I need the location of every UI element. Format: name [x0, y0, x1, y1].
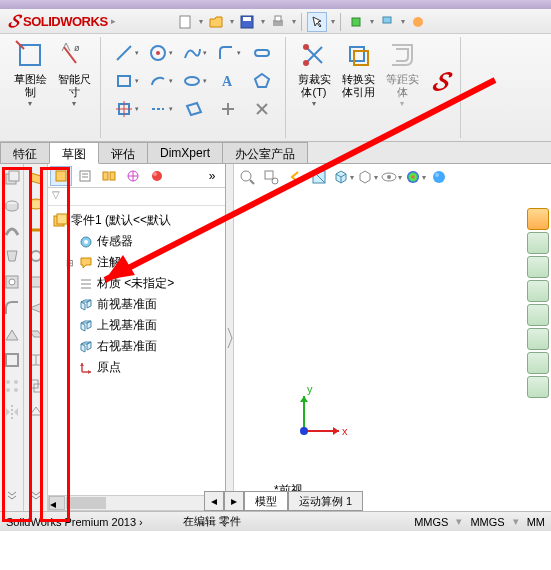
qat-rebuild[interactable]	[346, 12, 366, 32]
feature-loft-icon[interactable]	[2, 246, 22, 266]
scroll-left-icon[interactable]: ◂	[49, 496, 65, 510]
dropdown-icon[interactable]: ▾	[230, 17, 234, 26]
tab-sketch[interactable]: 草图	[49, 142, 99, 164]
panel-menu-icon[interactable]: »	[201, 166, 223, 186]
zoom-area-icon[interactable]	[260, 166, 282, 188]
smart-dimension-button[interactable]: ø 智能尺 寸 ▾	[54, 39, 94, 124]
expand-icon[interactable]	[2, 485, 22, 505]
tab-scroll-right[interactable]: ▸	[224, 491, 244, 511]
feature-fillet-icon[interactable]	[2, 298, 22, 318]
hide-show-icon[interactable]: ▾	[380, 166, 402, 188]
feature-manager-tab[interactable]	[50, 166, 72, 186]
tree-item-front-plane[interactable]: 前视基准面	[66, 294, 221, 315]
surface-knit-icon[interactable]	[26, 350, 46, 370]
scroll-thumb[interactable]	[66, 497, 106, 509]
tree-item-annotations[interactable]: ⊞ 注解	[66, 252, 221, 273]
tree-item-origin[interactable]: 原点	[66, 357, 221, 378]
surface-loft-icon[interactable]	[26, 246, 46, 266]
filter-bar[interactable]: ▽	[48, 188, 225, 206]
horizontal-scrollbar[interactable]: ◂ ▸	[48, 495, 225, 511]
feature-sweep-icon[interactable]	[2, 220, 22, 240]
qat-select[interactable]	[307, 12, 327, 32]
tab-scroll-left[interactable]: ◂	[204, 491, 224, 511]
qat-new[interactable]	[175, 12, 195, 32]
arc-tool[interactable]: ▾	[143, 67, 177, 95]
display-manager-tab[interactable]	[146, 166, 168, 186]
taskpane-appearances-icon[interactable]	[527, 328, 549, 350]
tree-item-sensors[interactable]: 传感器	[66, 231, 221, 252]
surface-fill-icon[interactable]	[26, 272, 46, 292]
display-style-icon[interactable]: ▾	[356, 166, 378, 188]
feature-shell-icon[interactable]	[2, 350, 22, 370]
text-tool[interactable]: A	[211, 67, 245, 95]
trim-button[interactable]: 剪裁实 体(T) ▾	[294, 39, 334, 124]
polygon-tool[interactable]	[245, 67, 279, 95]
qat-open[interactable]	[206, 12, 226, 32]
view-orientation-icon[interactable]: ▾	[332, 166, 354, 188]
feature-pattern-icon[interactable]	[2, 376, 22, 396]
spline-tool[interactable]: ▾	[177, 39, 211, 67]
model-tab[interactable]: 模型	[244, 491, 288, 511]
dropdown-icon[interactable]: ▾	[292, 17, 296, 26]
status-units-3[interactable]: MM	[527, 516, 545, 528]
surface-trim-icon[interactable]	[26, 298, 46, 318]
feature-rib-icon[interactable]	[2, 324, 22, 344]
qat-print[interactable]	[268, 12, 288, 32]
rectangle-tool[interactable]: ▾	[109, 67, 143, 95]
ellipse-tool[interactable]: ▾	[177, 67, 211, 95]
feature-revolve-icon[interactable]	[2, 194, 22, 214]
surface-extend-icon[interactable]	[26, 324, 46, 344]
offset-button[interactable]: 等距实 体 ▾	[382, 39, 422, 124]
status-units-1[interactable]: MMGS	[414, 516, 448, 528]
surface-revolve-icon[interactable]	[26, 194, 46, 214]
fillet-tool[interactable]: ▾	[211, 39, 245, 67]
sketch-button[interactable]: 草图绘 制 ▾	[10, 39, 50, 124]
section-view-icon[interactable]	[308, 166, 330, 188]
feature-extrude-icon[interactable]	[2, 168, 22, 188]
edit-appearance-icon[interactable]: ▾	[404, 166, 426, 188]
dropdown-icon[interactable]: ▾	[401, 17, 405, 26]
dropdown-icon[interactable]: ▾	[370, 17, 374, 26]
tab-office[interactable]: 办公室产品	[222, 142, 308, 163]
tab-evaluate[interactable]: 评估	[98, 142, 148, 163]
taskpane-resources-icon[interactable]	[527, 208, 549, 230]
property-manager-tab[interactable]	[74, 166, 96, 186]
feature-mirror-icon[interactable]	[2, 402, 22, 422]
tab-dimxpert[interactable]: DimXpert	[147, 142, 223, 163]
qat-appearance[interactable]	[408, 12, 428, 32]
dimxpert-manager-tab[interactable]	[122, 166, 144, 186]
apply-scene-icon[interactable]	[428, 166, 450, 188]
surface-extrude-icon[interactable]	[26, 168, 46, 188]
tree-item-top-plane[interactable]: 上视基准面	[66, 315, 221, 336]
qat-save[interactable]	[237, 12, 257, 32]
status-units-2[interactable]: MMGS	[470, 516, 504, 528]
dropdown-icon[interactable]: ▾	[261, 17, 265, 26]
surface-planar-icon[interactable]	[26, 402, 46, 422]
surface-offset-icon[interactable]	[26, 376, 46, 396]
more-icon[interactable]	[211, 95, 245, 123]
slot-tool[interactable]	[245, 39, 279, 67]
taskpane-library-icon[interactable]	[527, 232, 549, 254]
panel-splitter[interactable]	[226, 164, 234, 511]
taskpane-forum-icon[interactable]	[527, 376, 549, 398]
taskpane-palette-icon[interactable]	[527, 304, 549, 326]
taskpane-search-icon[interactable]	[527, 280, 549, 302]
line-tool[interactable]: ▾	[109, 39, 143, 67]
plane-tool[interactable]	[177, 95, 211, 123]
expand-icon[interactable]: ⊞	[66, 258, 78, 268]
taskpane-explorer-icon[interactable]	[527, 256, 549, 278]
expand-icon[interactable]	[26, 485, 46, 505]
dropdown-icon[interactable]: ▾	[199, 17, 203, 26]
configuration-manager-tab[interactable]	[98, 166, 120, 186]
close-icon[interactable]	[245, 95, 279, 123]
tree-item-right-plane[interactable]: 右视基准面	[66, 336, 221, 357]
previous-view-icon[interactable]	[284, 166, 306, 188]
taskpane-custom-icon[interactable]	[527, 352, 549, 374]
qat-options[interactable]	[377, 12, 397, 32]
surface-sweep-icon[interactable]	[26, 220, 46, 240]
centerline-tool[interactable]: ▾	[143, 95, 177, 123]
convert-button[interactable]: 转换实 体引用	[338, 39, 378, 124]
dropdown-icon[interactable]: ▾	[331, 17, 335, 26]
graphics-viewport[interactable]: ▾ ▾ ▾ ▾ x y *前视 ◂ ▸	[234, 164, 551, 511]
zoom-fit-icon[interactable]	[236, 166, 258, 188]
